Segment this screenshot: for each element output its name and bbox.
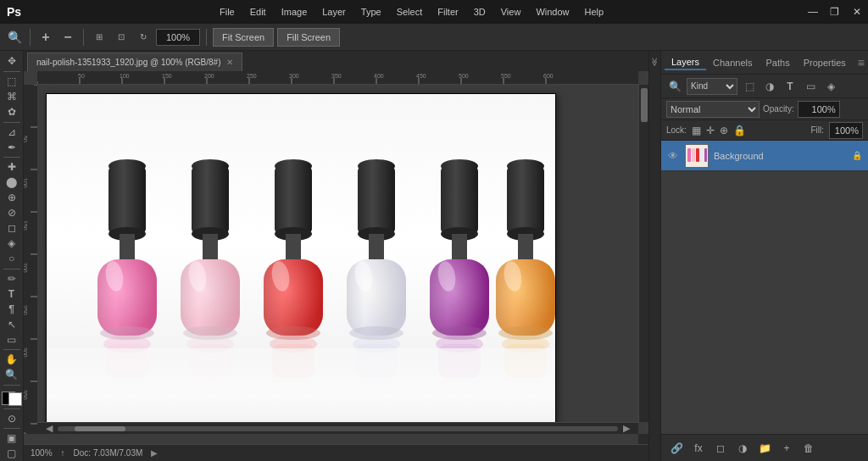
vscroll-thumb[interactable]	[641, 88, 648, 122]
lock-pixels-icon[interactable]: ▦	[692, 125, 701, 136]
filter-shape-icon[interactable]: ▭	[802, 78, 819, 95]
horizontal-scrollbar[interactable]: ◀ ▶	[37, 422, 638, 434]
zoom-in-icon[interactable]: +	[36, 28, 55, 47]
delete-layer-button[interactable]: 🗑	[800, 440, 817, 457]
gradient-tool[interactable]: ◈	[2, 236, 22, 251]
vertical-scrollbar[interactable]	[638, 85, 648, 422]
panel-bottom-bar: 🔗 fx ◻ ◑ 📁 + 🗑	[661, 434, 868, 461]
filter-pixel-icon[interactable]: ⬚	[741, 78, 758, 95]
healing-tool[interactable]: ✚	[2, 160, 22, 175]
tab-channels[interactable]: Channels	[706, 56, 759, 69]
eyedropper-tool[interactable]: ✒	[2, 140, 22, 154]
menu-edit[interactable]: Edit	[243, 5, 273, 19]
hand-tool[interactable]: ✋	[2, 353, 22, 367]
zoom-tool-icon[interactable]: 🔍	[5, 28, 24, 47]
filter-smart-icon[interactable]: ◈	[822, 78, 839, 95]
screen-mode[interactable]: ▣	[2, 431, 22, 446]
menu-type[interactable]: Type	[354, 5, 388, 19]
menu-image[interactable]: Image	[275, 5, 314, 19]
svg-text:150: 150	[162, 73, 172, 79]
canvas-scroll-area[interactable]	[37, 85, 638, 422]
layer-style-button[interactable]: fx	[690, 440, 707, 457]
frame-mode[interactable]: ▢	[2, 447, 22, 461]
svg-rect-110	[700, 148, 704, 162]
stamp-tool[interactable]: ⊕	[2, 191, 22, 205]
group-button[interactable]: 📁	[756, 440, 773, 457]
lasso-tool[interactable]: ⌘	[2, 90, 22, 104]
fill-input[interactable]: 100%	[829, 122, 863, 139]
menu-view[interactable]: View	[494, 5, 528, 19]
blend-mode-select[interactable]: Normal	[666, 101, 760, 118]
menu-layer[interactable]: Layer	[315, 5, 353, 19]
lock-artboard-icon[interactable]: ⊕	[720, 125, 728, 136]
dodge-tool[interactable]: ○	[2, 252, 22, 266]
quick-mask-mode[interactable]: ⊙	[2, 411, 22, 425]
status-export-icon[interactable]: ↑	[61, 448, 65, 458]
brush-tool[interactable]: ⬤	[2, 175, 22, 190]
menu-filter[interactable]: Filter	[431, 5, 465, 19]
minimize-button[interactable]: —	[802, 0, 824, 24]
layer-lock-icon: 🔒	[851, 150, 863, 162]
quick-select-tool[interactable]: ✿	[2, 105, 22, 119]
menu-file[interactable]: File	[213, 5, 242, 19]
type-tool[interactable]: T	[2, 286, 22, 301]
main-area: ✥ ⬚ ⌘ ✿ ⊿ ✒ ✚ ⬤ ⊕ ⊘ ◻ ◈ ○ ✏ T ¶ ↖ ▭ ✋ 🔍 …	[0, 51, 868, 461]
svg-text:250: 250	[24, 305, 28, 315]
hscroll-thumb[interactable]	[75, 426, 125, 431]
menu-3d[interactable]: 3D	[467, 5, 492, 19]
foreground-background-colors[interactable]	[2, 392, 22, 406]
canvas-tab-close[interactable]: ✕	[226, 58, 233, 67]
paragraph-tool[interactable]: ¶	[2, 302, 22, 316]
status-play-button[interactable]: ▶	[151, 448, 158, 458]
new-layer-button[interactable]: +	[778, 440, 795, 457]
move-tool[interactable]: ✥	[2, 54, 22, 69]
svg-text:100: 100	[24, 178, 28, 188]
fit-screen-button[interactable]: Fit Screen	[213, 28, 274, 47]
lock-position-icon[interactable]: ✛	[706, 125, 715, 136]
fill-screen-button[interactable]: Fill Screen	[277, 28, 340, 47]
tab-properties[interactable]: Properties	[797, 56, 853, 69]
tab-paths[interactable]: Paths	[760, 56, 797, 69]
menu-window[interactable]: Window	[529, 5, 576, 19]
tab-layers[interactable]: Layers	[665, 55, 706, 70]
opacity-input[interactable]: 100%	[798, 101, 840, 118]
link-layers-button[interactable]: 🔗	[668, 440, 685, 457]
hscroll-right-arrow[interactable]: ▶	[618, 423, 635, 434]
mask-button[interactable]: ◻	[712, 440, 729, 457]
background-color[interactable]	[8, 392, 22, 406]
crop-tool[interactable]: ⊿	[2, 125, 22, 139]
layer-item-background[interactable]: 👁 Background 🔒	[661, 141, 868, 171]
actual-pixels-icon[interactable]: ⊡	[112, 28, 131, 47]
panel-options-menu[interactable]: ≡	[858, 56, 865, 69]
eraser-tool[interactable]: ◻	[2, 221, 22, 236]
filter-type-icon[interactable]: T	[782, 78, 798, 95]
maximize-button[interactable]: ❐	[824, 0, 846, 24]
rotate-icon[interactable]: ↻	[134, 28, 153, 47]
menu-help[interactable]: Help	[578, 5, 611, 19]
svg-rect-109	[696, 148, 699, 162]
lock-all-icon[interactable]: 🔒	[733, 125, 746, 136]
hscroll-inner: ◀ ▶	[37, 423, 638, 434]
panel-collapse-btn[interactable]: ≫	[648, 51, 660, 461]
zoom-tool[interactable]: 🔍	[2, 368, 22, 382]
kind-select[interactable]: Kind	[687, 78, 737, 95]
canvas-tab-active[interactable]: nail-polish-1351933_1920.jpg @ 100% (RGB…	[27, 53, 242, 71]
filter-adjust-icon[interactable]: ◑	[761, 78, 778, 95]
hscroll-left-arrow[interactable]: ◀	[41, 423, 58, 434]
menu-select[interactable]: Select	[390, 5, 430, 19]
adjustment-button[interactable]: ◑	[734, 440, 751, 457]
history-brush-tool[interactable]: ⊘	[2, 206, 22, 220]
svg-text:500: 500	[459, 73, 469, 79]
pen-tool[interactable]: ✏	[2, 271, 22, 286]
marquee-tool[interactable]: ⬚	[2, 75, 22, 89]
shape-tool[interactable]: ▭	[2, 332, 22, 347]
toolbar: ✥ ⬚ ⌘ ✿ ⊿ ✒ ✚ ⬤ ⊕ ⊘ ◻ ◈ ○ ✏ T ¶ ↖ ▭ ✋ 🔍 …	[0, 51, 24, 461]
layer-visibility-icon[interactable]: 👁	[666, 149, 680, 163]
zoom-out-icon[interactable]: −	[58, 28, 77, 47]
svg-text:450: 450	[416, 73, 426, 79]
close-button[interactable]: ✕	[846, 0, 868, 24]
reset-icon[interactable]: ⊞	[90, 28, 108, 47]
path-selection-tool[interactable]: ↖	[2, 317, 22, 331]
zoom-input[interactable]: 100%	[156, 29, 200, 46]
svg-rect-58	[203, 234, 218, 259]
